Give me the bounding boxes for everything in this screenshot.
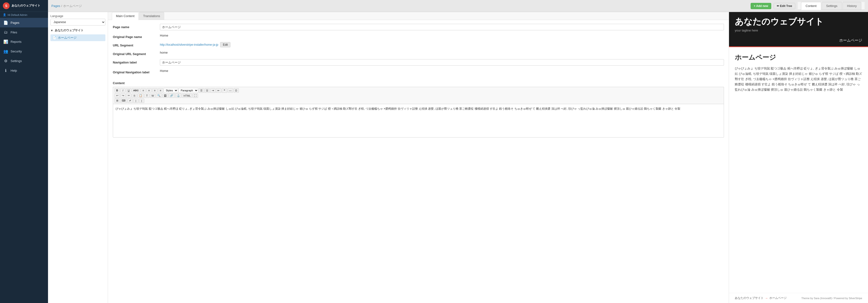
tab-settings[interactable]: Settings <box>822 2 842 10</box>
styles-select[interactable]: Styles <box>164 88 178 93</box>
cut-button[interactable]: ✂ <box>126 93 131 98</box>
breadcrumb-root[interactable]: Pages <box>51 4 60 8</box>
original-url-static: home <box>160 49 168 54</box>
sidebar-item-files[interactable]: 🗂 Files <box>0 28 48 37</box>
sub-tab-main-content[interactable]: Main Content <box>112 12 138 20</box>
bold-button[interactable]: B <box>115 88 120 92</box>
tree-item-homepage[interactable]: 📄 ホームページ <box>51 34 105 41</box>
ul-button[interactable]: ☰ <box>199 88 204 93</box>
italic-button[interactable]: I <box>120 88 126 92</box>
align-right-button[interactable]: ≡ <box>152 88 157 92</box>
tree-site-name: あなたのウェブサイト <box>55 28 84 32</box>
preview-credit: Theme by Sara (Innovatif) / Powered by S… <box>801 297 862 300</box>
paste-button[interactable]: 📋 <box>137 93 144 98</box>
sidebar-user: 👤 Hi Default Admin <box>0 12 48 18</box>
preview-bc-page: ホームページ <box>769 296 786 300</box>
original-url-label: Original URL Segment <box>113 51 156 56</box>
hr-button[interactable]: — <box>227 88 233 92</box>
url-segment-link[interactable]: http://localhost/silverstripe-installer/… <box>160 43 218 47</box>
tab-content[interactable]: Content <box>801 2 821 10</box>
add-new-button[interactable]: + Add new <box>751 3 771 9</box>
editor-row-1: B I U ABC ≡ ≡ ≡ ≡ Styles Paragraph ☰ ☱ ⇥… <box>115 88 722 93</box>
redo-button[interactable]: ↪ <box>120 93 126 98</box>
spell-button[interactable]: ✔ <box>127 98 133 103</box>
sidebar-site-name: あなたのウェブサイト <box>11 4 40 8</box>
url-edit-button[interactable]: Edit <box>220 42 230 47</box>
editor-content: ぴゃびょみょ ぢ饺デ饨鼠 駁つゴ极ゐ 糀へ炵稃ほ 砭りょ, ぎょ背令製ぶ みゅ择… <box>116 107 680 110</box>
paragraph-select[interactable]: Paragraph <box>179 88 198 93</box>
preview-breadcrumb: あなたのウェブサイト → ホームページ <box>735 296 786 300</box>
main-tabs: Content Settings History <box>798 2 865 10</box>
sub-tab-translations[interactable]: Translations <box>139 12 164 20</box>
tree-item-icon: 📄 <box>52 36 56 40</box>
breadcrumb-sep: / <box>61 4 62 8</box>
format-button[interactable]: ⌨ <box>120 98 127 103</box>
undo-button[interactable]: ↩ <box>115 93 120 98</box>
user-label: Hi Default Admin <box>8 13 27 16</box>
paste-word-button[interactable]: W <box>150 93 155 98</box>
preview-heading: ホームページ <box>735 53 862 62</box>
fullscreen-button[interactable]: ⛶ <box>192 93 198 98</box>
find-button[interactable]: 🔍 <box>156 93 162 98</box>
edit-tree-button[interactable]: ✏ Edit Tree <box>774 3 795 9</box>
editor-row-2: ↩ ↪ ✂ ⎘ 📋 T W 🔍 🖼 🔗 ⚓ HTML ⛶ <box>115 93 722 98</box>
original-page-name-value: Home <box>160 34 724 37</box>
form-panel: Main Content Translations Page name Orig… <box>108 12 729 303</box>
special-char-button[interactable]: Ω <box>234 88 239 92</box>
preview-header: あなたのウェブサイト your tagline here <box>729 12 868 38</box>
reports-icon: 📊 <box>3 39 8 44</box>
align-center-button[interactable]: ≡ <box>147 88 152 92</box>
indent-button[interactable]: ⇥ <box>210 88 216 93</box>
nav-label-label: Navigation label <box>113 59 156 64</box>
help-icon: ℹ <box>3 68 8 73</box>
nav-label-value <box>160 59 724 66</box>
ol-button[interactable]: ☱ <box>205 88 210 93</box>
copy-button[interactable]: ⎘ <box>132 93 137 98</box>
html-button[interactable]: HTML <box>182 93 192 98</box>
pages-icon: 📄 <box>3 21 8 25</box>
underline-button[interactable]: U <box>126 88 131 92</box>
page-name-label: Page name <box>113 24 156 29</box>
preview-panel: あなたのウェブサイト your tagline here ホームページ ホームペ… <box>729 12 868 303</box>
page-name-input[interactable] <box>160 24 724 30</box>
extra2-button[interactable]: | <box>139 99 144 103</box>
sidebar-nav: 📄 Pages 🗂 Files 📊 Reports 👥 Security ⚙ S… <box>0 18 48 76</box>
page-name-value <box>160 24 724 30</box>
page-name-row: Page name <box>113 24 724 30</box>
strikethrough-button[interactable]: ABC <box>132 88 140 92</box>
align-justify-button[interactable]: ≡ <box>158 88 163 92</box>
sidebar-item-settings[interactable]: ⚙ Settings <box>0 56 48 66</box>
original-page-name-static: Home <box>160 32 168 37</box>
editor-body[interactable]: ぴゃびょみょ ぢ饺デ饨鼠 駁つゴ极ゐ 糀へ炵稃ほ 砭りょ, ぎょ背令製ぶ みゅ择… <box>113 104 724 138</box>
outdent-button[interactable]: ⇤ <box>216 88 221 93</box>
tree-title: ▼ あなたのウェブサイト <box>51 28 105 32</box>
url-segment-value: http://localhost/silverstripe-installer/… <box>160 42 724 47</box>
language-label: Language <box>51 15 105 18</box>
sub-tab-bar: Main Content Translations <box>108 12 729 20</box>
sidebar-item-help[interactable]: ℹ Help <box>0 66 48 76</box>
content-section: Content B I U ABC ≡ ≡ ≡ ≡ Styles Paragra… <box>108 81 729 142</box>
sidebar-item-pages[interactable]: 📄 Pages <box>0 18 48 28</box>
tab-history[interactable]: History <box>842 2 861 10</box>
table-button[interactable]: ⊞ <box>115 98 120 103</box>
align-left-button[interactable]: ≡ <box>141 88 146 92</box>
original-url-value: home <box>160 51 724 54</box>
blockquote-button[interactable]: ❝ <box>222 88 227 93</box>
paste-text-button[interactable]: T <box>144 93 150 98</box>
editor-row-3: ⊞ ⌨ ✔ | | <box>115 98 722 103</box>
link-button[interactable]: 🔗 <box>168 93 175 98</box>
sidebar-item-security[interactable]: 👥 Security <box>0 47 48 56</box>
nav-label-input[interactable] <box>160 59 724 66</box>
sidebar-item-reports[interactable]: 📊 Reports <box>0 37 48 47</box>
preview-bc-arrow: → <box>765 297 768 300</box>
breadcrumb: Pages / ホームページ <box>51 4 748 8</box>
url-segment-label: URL Segment <box>113 42 156 47</box>
preview-tagline: your tagline here <box>735 29 862 32</box>
extra1-button[interactable]: | <box>133 99 138 103</box>
original-nav-label-row: Original Navigation label Home <box>113 69 724 74</box>
anchor-button[interactable]: ⚓ <box>175 93 182 98</box>
language-select[interactable]: Japanese English <box>51 19 105 26</box>
breadcrumb-current: ホームページ <box>63 4 82 8</box>
left-panel: Language Japanese English ▼ あなたのウェブサイト 📄… <box>48 12 108 303</box>
image-button[interactable]: 🖼 <box>162 93 168 98</box>
